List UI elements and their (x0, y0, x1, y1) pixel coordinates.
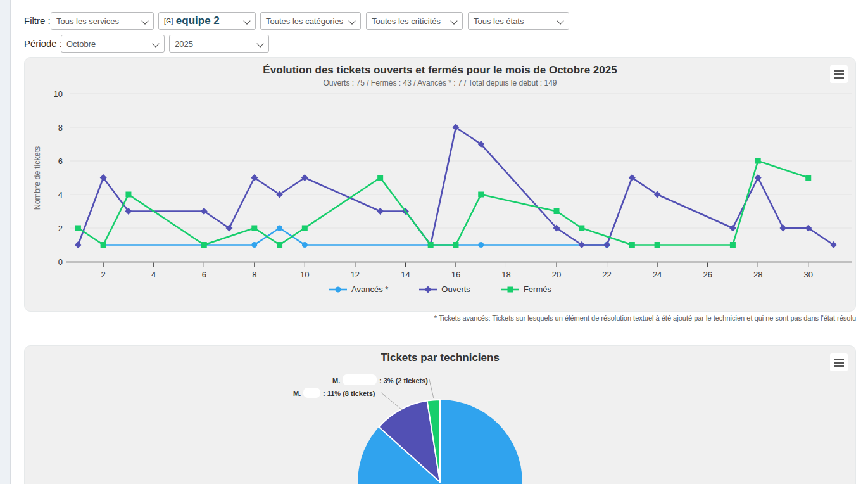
x-axis-label: 30 (803, 270, 812, 279)
data-point-marker[interactable] (779, 225, 786, 232)
x-axis-label: 2 (101, 270, 106, 279)
dashboard-page: Filtre : Tous les services [G] equipe 2 … (0, 0, 868, 484)
data-point-marker[interactable] (101, 242, 106, 248)
data-point-marker[interactable] (277, 226, 282, 231)
criticite-filter-value: Toutes les criticités (372, 16, 441, 26)
pie-chart-panel: Tickets par techniciens M.: 3% (2 ticket… (24, 345, 856, 484)
year-select[interactable]: 2025 (169, 35, 269, 53)
data-point-marker[interactable] (277, 242, 282, 248)
equipe-group-prefix: [G] (164, 18, 173, 25)
data-point-marker[interactable] (453, 242, 458, 248)
line-chart-svg: 246810121416182022242628300246810Nombre … (25, 58, 857, 312)
data-point-marker[interactable] (75, 241, 82, 248)
redacted-name-blob (343, 374, 377, 385)
x-axis-label: 8 (252, 270, 256, 279)
series-line (78, 127, 833, 245)
series-line (103, 228, 607, 245)
legend-item-ouverts[interactable]: Ouverts (418, 284, 470, 294)
y-axis-label: 2 (58, 224, 63, 233)
month-select[interactable]: Octobre (61, 35, 165, 53)
label-connector-purple (381, 392, 402, 410)
legend-item-label: Ouverts (441, 284, 470, 294)
data-point-marker[interactable] (603, 241, 610, 248)
y-axis-label: 10 (54, 89, 63, 99)
series-ouverts (75, 124, 837, 249)
year-select-value: 2025 (175, 39, 193, 49)
pie-label-value: : 3% (2 tickets) (379, 377, 428, 385)
pie-label-prefix: M. (293, 390, 301, 397)
data-point-marker[interactable] (125, 192, 131, 198)
data-point-marker[interactable] (201, 242, 207, 248)
data-point-marker[interactable] (478, 242, 484, 248)
x-axis-label: 28 (753, 270, 762, 279)
line-chart-legend: Avancés *OuvertsFermés (25, 284, 855, 294)
legend-item-label: Avancés * (351, 284, 388, 294)
data-point-marker[interactable] (377, 175, 383, 181)
x-axis-label: 16 (451, 270, 460, 279)
data-point-marker[interactable] (755, 174, 762, 181)
etat-filter-value: Tous les états (474, 16, 524, 26)
line-chart-panel: Évolution des tickets ouverts et fermés … (24, 57, 856, 312)
legend-item-label: Fermés (524, 284, 551, 294)
x-axis-label: 10 (300, 270, 309, 279)
data-point-marker[interactable] (805, 175, 811, 181)
y-axis-title: Nombre de tickets (33, 146, 42, 210)
avances-footnote: * Tickets avancés: Tickets sur lesquels … (434, 314, 856, 322)
categorie-filter-select[interactable]: Toutes les catégories (260, 12, 361, 30)
service-filter-select[interactable]: Tous les services (51, 12, 154, 30)
legend-item-ferm-s[interactable]: Fermés (501, 284, 551, 294)
legend-item-avanc-s[interactable]: Avancés * (329, 284, 388, 294)
data-point-marker[interactable] (302, 226, 308, 231)
x-axis-label: 20 (552, 270, 561, 279)
data-point-marker[interactable] (755, 158, 761, 164)
data-point-marker[interactable] (251, 226, 257, 231)
pie-label-value: : 11% (8 tickets) (323, 390, 375, 397)
data-point-marker[interactable] (251, 242, 257, 248)
pie-label-prefix: M. (332, 377, 340, 385)
equipe-filter-select[interactable]: [G] equipe 2 (158, 12, 256, 30)
label-connector-green (429, 379, 434, 398)
service-filter-value: Tous les services (56, 16, 119, 26)
data-point-marker[interactable] (579, 226, 584, 231)
x-axis-label: 14 (401, 270, 410, 279)
y-axis-label: 0 (58, 257, 63, 267)
data-point-marker[interactable] (554, 208, 560, 214)
redacted-name-blob (303, 388, 320, 398)
x-axis-label: 18 (501, 270, 510, 279)
circle-legend-marker-icon (329, 286, 348, 293)
etat-filter-select[interactable]: Tous les états (468, 12, 569, 30)
collapsed-sidebar-strip (0, 0, 11, 484)
data-point-marker[interactable] (75, 226, 81, 231)
month-select-value: Octobre (66, 39, 96, 49)
x-axis-label: 22 (602, 270, 611, 279)
x-axis-label: 6 (202, 270, 206, 279)
pie-chart-svg: M.: 3% (2 tickets)M.: 11% (8 tickets) (25, 346, 857, 484)
y-axis-label: 6 (58, 156, 63, 166)
data-point-marker[interactable] (377, 208, 384, 215)
data-point-marker[interactable] (655, 242, 660, 248)
data-point-marker[interactable] (729, 225, 736, 232)
scrollbar-track[interactable] (865, 0, 865, 484)
x-axis-label: 24 (653, 270, 662, 279)
data-point-marker[interactable] (302, 242, 308, 248)
y-axis-label: 8 (58, 123, 63, 132)
data-point-marker[interactable] (478, 192, 484, 198)
square-legend-marker-icon (501, 286, 520, 293)
filtre-label: Filtre : (24, 12, 51, 30)
y-axis-label: 4 (58, 190, 63, 200)
x-axis-label: 4 (151, 270, 156, 279)
x-axis-label: 12 (351, 270, 360, 279)
data-point-marker[interactable] (428, 242, 434, 248)
periode-label: Période : (24, 35, 62, 53)
series-line (78, 161, 808, 245)
categorie-filter-value: Toutes les catégories (266, 16, 343, 26)
series-avanc-s (101, 226, 610, 248)
data-point-marker[interactable] (629, 242, 635, 248)
diamond-legend-marker-icon (418, 286, 437, 293)
criticite-filter-select[interactable]: Toutes les criticités (366, 12, 463, 30)
equipe-filter-value: equipe 2 (176, 15, 220, 27)
data-point-marker[interactable] (730, 242, 736, 248)
series-ferm-s (75, 158, 811, 248)
x-axis-label: 26 (703, 270, 712, 279)
